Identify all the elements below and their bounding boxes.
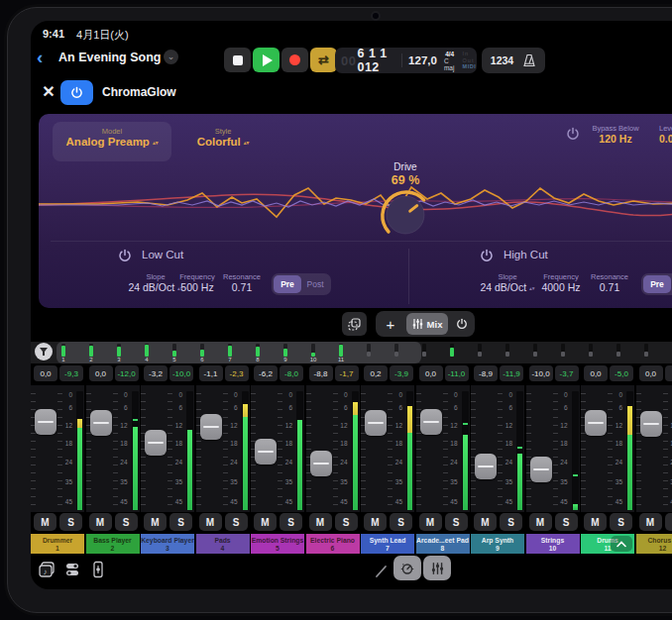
bypass-below-field[interactable]: Bypass Below 120 Hz [579,124,652,145]
volume-fader[interactable] [640,411,662,437]
mute-button[interactable]: M [309,513,332,531]
volume-value[interactable]: -10,0 [529,365,553,381]
overview-channel-meter[interactable]: 4 [137,344,157,363]
song-menu-chevron-icon[interactable]: ⌄ [164,50,178,64]
collapse-chevron-button[interactable] [611,536,632,552]
volume-fader[interactable] [35,409,56,435]
peak-level-value[interactable]: -11,0 [445,365,469,381]
style-selector[interactable]: Style Colorful▴▾ [175,122,271,148]
overview-channel-meter[interactable] [414,344,434,357]
track-name-band[interactable]: Pads 4 [196,534,250,554]
channel-power-button[interactable] [449,313,475,335]
overview-channel-meter[interactable]: 9 [276,344,295,363]
overview-channel-meter[interactable]: 8 [248,344,268,363]
channel-strip-view-icon[interactable] [88,560,108,579]
low-cut-power-icon[interactable] [118,249,132,262]
volume-value[interactable]: -6,2 [254,365,278,381]
volume-value[interactable]: -3,2 [144,365,168,381]
solo-button[interactable]: S [115,513,138,531]
solo-button[interactable]: S [610,513,632,531]
solo-button[interactable]: S [390,513,412,531]
overview-channel-meter[interactable] [553,344,573,357]
mute-button[interactable]: M [199,513,222,531]
model-selector[interactable]: Model Analog Preamp▴▾ [53,122,171,161]
mute-button[interactable]: M [34,513,56,531]
lcd-display[interactable]: 00 6 1 1 012 127,0 4/4 C maj In Out MIDI [335,48,477,73]
add-track-button[interactable]: + [376,313,405,335]
overview-channel-meter[interactable]: 7 [220,344,240,363]
track-name-band[interactable]: Bass Player 2 [86,534,140,554]
high-cut-power-icon[interactable] [480,249,494,262]
peak-level-value[interactable]: -10,0 [169,365,193,381]
volume-value[interactable]: 0,0 [639,365,663,381]
knob-view-button[interactable] [393,556,421,580]
track-name-band[interactable]: Arp Synth 9 [471,534,524,554]
overview-channel-meter[interactable]: 6 [192,344,212,363]
pre-option[interactable]: Pre [274,275,301,293]
mix-view-button[interactable]: Mix [406,313,448,335]
overview-channel-meter[interactable] [609,344,628,357]
filter-icon[interactable] [35,343,53,361]
song-title[interactable]: An Evening Song [58,51,161,64]
peak-level-value[interactable]: -1,7 [335,365,359,381]
mute-button[interactable]: M [639,513,662,531]
solo-button[interactable]: S [500,513,522,531]
high-cut-slope-field[interactable]: Slope 24 dB/Oct▴▾ [477,272,538,293]
overview-channel-meter[interactable] [470,344,490,357]
volume-value[interactable]: -8,8 [309,365,333,381]
low-cut-resonance-field[interactable]: Resonance 0.71 [213,272,271,293]
peak-level-value[interactable]: -3,9 [390,365,413,381]
track-name-band[interactable]: Chorus V 12 [636,534,672,554]
overview-channel-meter[interactable]: 5 [165,344,184,363]
peak-level-value[interactable]: -9,3 [59,365,83,381]
mute-button[interactable]: M [364,513,387,531]
volume-fader[interactable] [530,457,552,482]
volume-value[interactable]: 0,0 [34,365,57,381]
faders-view-button[interactable] [423,556,451,580]
volume-value[interactable]: 0,0 [89,365,113,381]
volume-fader[interactable] [475,454,497,479]
bypass-power-icon[interactable] [566,127,580,141]
peak-level-value[interactable] [665,365,672,381]
metronome-icon[interactable] [522,53,536,67]
overview-channel-meter[interactable] [525,344,545,357]
overview-channel-meter[interactable]: 1 [54,344,73,363]
track-name-band[interactable]: Electric Piano 6 [306,534,360,554]
stop-button[interactable] [224,48,251,72]
overview-channel-meter[interactable] [581,344,601,357]
peak-level-value[interactable]: -12,0 [115,365,139,381]
volume-value[interactable]: 0,0 [584,365,608,381]
overview-channel-meter[interactable] [387,344,406,357]
level-field[interactable]: Level 0.0 [659,124,672,145]
volume-fader[interactable] [200,414,222,440]
track-name-band[interactable]: Strings 10 [526,534,580,554]
volume-value[interactable]: 0,2 [364,365,388,381]
volume-fader[interactable] [310,451,332,476]
post-option[interactable]: Post [301,275,329,293]
mute-button[interactable]: M [474,513,497,531]
drive-knob[interactable] [378,187,433,243]
overview-channel-meter[interactable]: 2 [81,344,101,363]
record-button[interactable] [281,48,308,72]
high-cut-resonance-field[interactable]: Resonance 0.71 [581,272,638,293]
volume-fader[interactable] [365,410,387,436]
mute-button[interactable]: M [584,513,607,531]
volume-value[interactable]: 0,0 [419,365,443,381]
overview-channel-meter[interactable]: 3 [109,344,129,363]
volume-value[interactable]: -8,9 [474,365,498,381]
overview-channel-meter[interactable]: 11 [331,344,351,363]
browsers-icon[interactable]: ♪ [37,560,56,579]
overview-channel-meter[interactable] [664,344,672,357]
tracks-view-icon[interactable] [62,560,82,579]
close-plugin-icon[interactable]: ✕ [40,82,57,101]
mute-button[interactable]: M [419,513,442,531]
peak-level-value[interactable]: -8,0 [280,365,303,381]
peak-level-value[interactable]: -2,3 [225,365,249,381]
overview-channel-meter[interactable] [636,344,656,357]
track-name-band[interactable]: Arcade...eet Pad 8 [416,534,470,554]
volume-fader[interactable] [585,410,607,436]
track-name-band[interactable]: Emotion Strings 5 [251,534,304,554]
volume-fader[interactable] [255,439,277,465]
track-name-band[interactable]: Drums 11 [581,534,634,554]
count-in-button[interactable]: 1234 [491,54,513,66]
